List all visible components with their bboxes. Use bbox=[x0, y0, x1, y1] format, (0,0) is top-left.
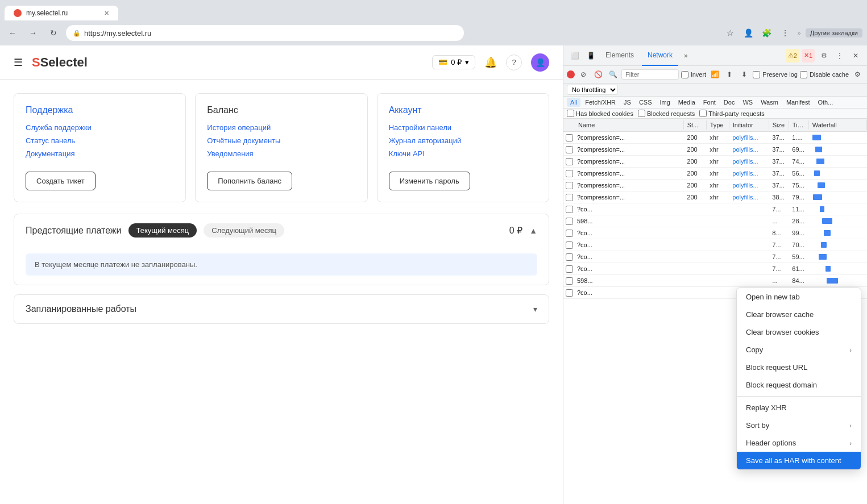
context-menu-item[interactable]: Replay XHR bbox=[737, 399, 861, 416]
filter-css[interactable]: CSS bbox=[636, 98, 656, 107]
top-up-balance-button[interactable]: Пополнить баланс bbox=[207, 172, 292, 190]
bookmark-btn[interactable]: ☆ bbox=[723, 25, 739, 41]
third-party-label[interactable]: Third-party requests bbox=[699, 110, 764, 117]
row-checkbox-5[interactable] bbox=[566, 194, 573, 201]
filter-js[interactable]: JS bbox=[620, 98, 634, 107]
filter-wasm[interactable]: Wasm bbox=[757, 98, 782, 107]
support-link-1[interactable]: Статус панель bbox=[26, 136, 174, 145]
record-button[interactable] bbox=[567, 70, 575, 78]
filter-media[interactable]: Media bbox=[675, 98, 699, 107]
row-checkbox-7[interactable] bbox=[566, 218, 573, 225]
row-checkbox-11[interactable] bbox=[566, 265, 573, 273]
stop-record-btn[interactable]: ⊘ bbox=[577, 68, 590, 81]
context-menu-item[interactable]: Copy› bbox=[737, 341, 861, 359]
help-button[interactable]: ? bbox=[506, 55, 522, 70]
third-party-checkbox[interactable] bbox=[699, 110, 707, 117]
table-row[interactable]: ?compression=... 200 xhr polyfills... 37… bbox=[563, 156, 867, 168]
context-menu-item[interactable]: Clear browser cache bbox=[737, 306, 861, 323]
search-btn[interactable]: 🔍 bbox=[607, 68, 619, 81]
context-menu-item[interactable]: Block request URL bbox=[737, 359, 861, 376]
table-row[interactable]: ?co... 7... 61... bbox=[563, 263, 867, 275]
wifi-icon[interactable]: 📶 bbox=[708, 68, 721, 81]
tab-network[interactable]: Network bbox=[642, 45, 678, 66]
table-row[interactable]: ?compression=... 200 xhr polyfills... 37… bbox=[563, 168, 867, 180]
create-ticket-button[interactable]: Создать тикет bbox=[26, 172, 96, 190]
warnings-badge[interactable]: ⚠ 2 bbox=[786, 49, 799, 63]
back-button[interactable]: ← bbox=[5, 25, 20, 41]
balance-link-2[interactable]: Уведомления bbox=[207, 149, 355, 158]
row-checkbox-13[interactable] bbox=[566, 289, 573, 297]
context-menu-item[interactable]: Open in new tab bbox=[737, 288, 861, 306]
context-menu-item[interactable]: Save all as HAR with content bbox=[737, 452, 861, 469]
context-menu-item[interactable]: Clear browser cookies bbox=[737, 323, 861, 341]
devtools-more-tabs[interactable]: » bbox=[681, 52, 691, 60]
address-bar[interactable]: 🔒 https://my.selectel.ru bbox=[66, 25, 464, 41]
current-month-tab[interactable]: Текущий месяц bbox=[128, 223, 197, 238]
col-type[interactable]: Type bbox=[707, 120, 729, 130]
table-row[interactable]: 598... ... 28... bbox=[563, 215, 867, 227]
upload-btn[interactable]: ⬆ bbox=[723, 68, 736, 81]
row-checkbox-3[interactable] bbox=[566, 170, 573, 177]
col-status[interactable]: St... bbox=[684, 120, 707, 130]
table-row[interactable]: ?compression=... 200 xhr polyfills... 38… bbox=[563, 191, 867, 203]
change-password-button[interactable]: Изменить пароль bbox=[389, 172, 470, 190]
table-row[interactable]: ?compression=... 200 xhr polyfills... 37… bbox=[563, 180, 867, 191]
invert-checkbox[interactable] bbox=[681, 71, 688, 78]
download-btn[interactable]: ⬇ bbox=[738, 68, 750, 81]
table-row[interactable]: 598... ... 84... bbox=[563, 275, 867, 287]
col-name[interactable]: Name bbox=[575, 120, 684, 130]
balance-link-1[interactable]: Отчётные документы bbox=[207, 136, 355, 145]
has-blocked-cookies-checkbox[interactable] bbox=[567, 110, 574, 117]
col-waterfall[interactable]: Waterfall bbox=[809, 120, 867, 130]
row-checkbox-8[interactable] bbox=[566, 230, 573, 237]
payments-collapse-icon[interactable]: ▲ bbox=[529, 226, 537, 235]
browser-tab[interactable]: my.selectel.ru ✕ bbox=[5, 6, 118, 20]
filter-img[interactable]: Img bbox=[657, 98, 674, 107]
more-btn[interactable]: ⋮ bbox=[777, 25, 793, 41]
devtools-close-btn[interactable]: ✕ bbox=[849, 49, 862, 63]
context-menu-item[interactable]: Header options› bbox=[737, 434, 861, 452]
balance-link-0[interactable]: История операций bbox=[207, 123, 355, 132]
profile-btn[interactable]: 👤 bbox=[741, 25, 757, 41]
scheduled-collapse-icon[interactable]: ▾ bbox=[533, 305, 537, 314]
has-blocked-cookies-label[interactable]: Has blocked cookies bbox=[567, 110, 633, 117]
table-row[interactable]: ?co... 7... 59... bbox=[563, 251, 867, 263]
blocked-requests-label[interactable]: Blocked requests bbox=[638, 110, 695, 117]
filter-doc[interactable]: Doc bbox=[720, 98, 739, 107]
extensions-btn[interactable]: 🧩 bbox=[759, 25, 775, 41]
next-month-tab[interactable]: Следующий месяц bbox=[204, 223, 284, 238]
filter-all[interactable]: All bbox=[567, 98, 580, 107]
filter-fetch-xhr[interactable]: Fetch/XHR bbox=[582, 98, 619, 107]
disable-cache-checkbox[interactable] bbox=[800, 71, 807, 78]
col-initiator[interactable]: Initiator bbox=[729, 120, 769, 130]
cache-settings-btn[interactable]: ⚙ bbox=[851, 68, 864, 81]
col-size[interactable]: Size bbox=[769, 120, 789, 130]
table-row[interactable]: ?co... 7... 70... bbox=[563, 239, 867, 251]
filter-input[interactable] bbox=[621, 69, 679, 80]
row-checkbox-10[interactable] bbox=[566, 253, 573, 261]
row-checkbox-4[interactable] bbox=[566, 182, 573, 189]
tab-elements[interactable]: Elements bbox=[600, 45, 640, 66]
col-time[interactable]: Time bbox=[789, 120, 809, 130]
throttle-select[interactable]: No throttling bbox=[567, 85, 618, 95]
preserve-log-label[interactable]: Preserve log bbox=[753, 71, 798, 78]
row-checkbox-9[interactable] bbox=[566, 241, 573, 249]
row-checkbox-0[interactable] bbox=[566, 134, 573, 141]
row-checkbox-2[interactable] bbox=[566, 158, 573, 165]
account-link-1[interactable]: Журнал авторизаций bbox=[389, 136, 537, 145]
filter-other[interactable]: Oth... bbox=[814, 98, 836, 107]
devtools-settings-btn[interactable]: ⚙ bbox=[817, 49, 831, 63]
filter-font[interactable]: Font bbox=[700, 98, 719, 107]
disable-cache-label[interactable]: Disable cache bbox=[800, 71, 849, 78]
tab-close-btn[interactable]: ✕ bbox=[104, 10, 109, 17]
balance-button[interactable]: 💳 0 ₽ ▾ bbox=[432, 55, 475, 69]
table-row[interactable]: ?co... 7... 11... bbox=[563, 203, 867, 215]
user-avatar[interactable]: 👤 bbox=[531, 53, 549, 72]
table-row[interactable]: ?co... 8... 99... bbox=[563, 227, 867, 239]
errors-badge[interactable]: ✕ 1 bbox=[802, 49, 815, 63]
row-checkbox-12[interactable] bbox=[566, 277, 573, 285]
forward-button[interactable]: → bbox=[25, 25, 41, 41]
devtools-mobile-btn[interactable]: 📱 bbox=[584, 49, 598, 63]
bell-icon[interactable]: 🔔 bbox=[484, 56, 497, 69]
table-row[interactable]: ?compression=... 200 xhr polyfills... 37… bbox=[563, 144, 867, 156]
